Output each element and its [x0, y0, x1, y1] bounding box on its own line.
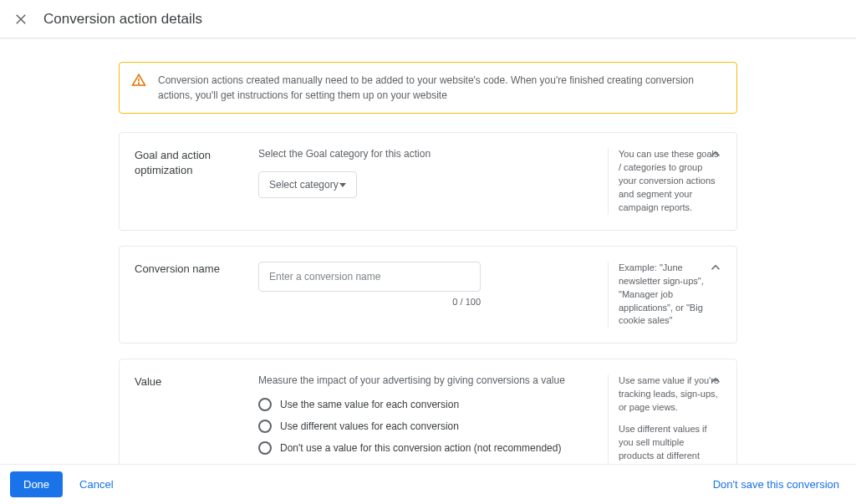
dont-save-button[interactable]: Don't save this conversion: [706, 471, 846, 497]
content-area: Conversion actions created manually need…: [115, 62, 741, 504]
page-header: Conversion action details: [0, 0, 856, 38]
goal-category-select-text: Select category: [269, 179, 339, 191]
collapse-icon[interactable]: [708, 146, 723, 161]
close-icon[interactable]: [13, 12, 28, 27]
cancel-button[interactable]: Cancel: [73, 471, 120, 497]
goal-help: You can use these goals / categories to …: [608, 148, 721, 215]
warning-banner: Conversion actions created manually need…: [119, 62, 737, 114]
name-counter: 0 / 100: [258, 297, 481, 307]
name-title: Conversion name: [135, 262, 258, 328]
radio-icon: [258, 441, 272, 455]
value-help-1: Use same value if you're tracking leads,…: [619, 374, 721, 415]
conversion-name-input[interactable]: [258, 262, 481, 292]
page-title: Conversion action details: [43, 11, 202, 28]
value-option-none[interactable]: Don't use a value for this conversion ac…: [258, 441, 598, 455]
value-option-different[interactable]: Use different values for each conversion: [258, 420, 598, 433]
goal-title: Goal and action optimization: [135, 148, 258, 215]
value-option-same[interactable]: Use the same value for each conversion: [258, 398, 598, 411]
name-help: Example: "June newsletter sign-ups", "Ma…: [608, 262, 721, 328]
value-option-label: Don't use a value for this conversion ac…: [280, 442, 561, 454]
goal-category-select[interactable]: Select category: [258, 171, 357, 198]
name-card: Conversion name 0 / 100 Example: "June n…: [119, 246, 737, 344]
footer-bar: Done Cancel Don't save this conversion: [0, 464, 856, 504]
radio-icon: [258, 420, 272, 433]
collapse-icon[interactable]: [708, 373, 723, 388]
goal-label: Select the Goal category for this action: [258, 148, 598, 160]
radio-icon: [258, 398, 272, 411]
warning-icon: [131, 73, 146, 88]
svg-point-3: [139, 83, 140, 84]
chevron-down-icon: [339, 183, 346, 187]
value-option-label: Use the same value for each conversion: [280, 399, 459, 410]
goal-card: Goal and action optimization Select the …: [119, 132, 737, 231]
done-button[interactable]: Done: [10, 471, 63, 497]
warning-text: Conversion actions created manually need…: [158, 73, 725, 103]
value-option-label: Use different values for each conversion: [280, 420, 459, 432]
collapse-icon[interactable]: [708, 260, 723, 275]
value-label: Measure the impact of your advertising b…: [258, 374, 598, 386]
